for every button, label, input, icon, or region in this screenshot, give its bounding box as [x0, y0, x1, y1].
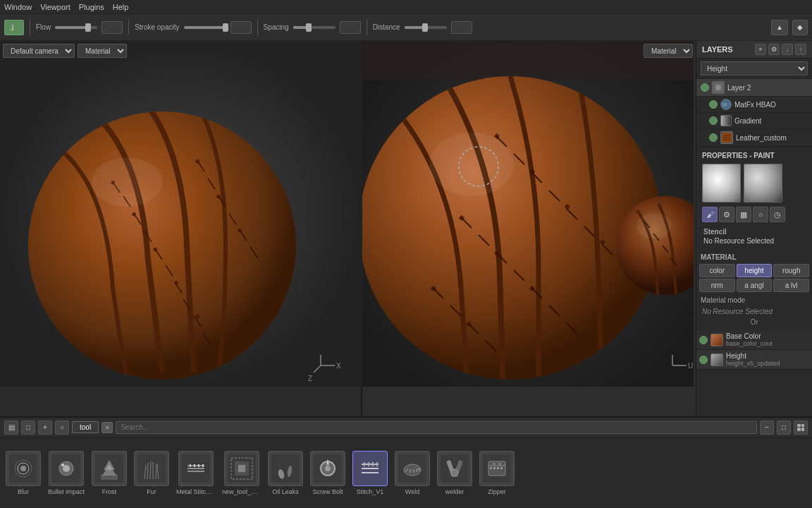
shelf-collapse-btn[interactable]: − [760, 421, 774, 435]
mat-btn-aangl[interactable]: a angl [737, 279, 773, 292]
mat-btn-height[interactable]: height [737, 264, 773, 277]
left-material-dropdown[interactable]: Material [78, 44, 127, 58]
prop-info-basecolor: Base Color base_color_cout [726, 332, 773, 347]
sep-2 [128, 20, 129, 35]
mat-btn-rough[interactable]: rough [773, 264, 809, 277]
distance-input[interactable] [451, 21, 472, 34]
mat-btn-nrm[interactable]: nrm [699, 279, 735, 292]
layer-import-btn[interactable]: ↓ [782, 44, 793, 55]
shelf-item-0[interactable]: Blur [6, 451, 41, 495]
svg-rect-151 [493, 467, 496, 469]
paint-preview-1[interactable] [702, 164, 741, 202]
shelf-tab-close[interactable]: × [102, 422, 113, 433]
paint-tool-grid[interactable]: ▦ [736, 207, 751, 222]
prop-row-height[interactable]: Height height_v5_updated [696, 350, 812, 370]
shelf-item-6[interactable]: Oil Leaks [268, 451, 303, 495]
menu-plugins[interactable]: Plugins [79, 3, 104, 11]
shelf-grid-toggle[interactable] [794, 421, 808, 435]
spacing-label: Spacing [264, 23, 289, 31]
menu-help[interactable]: Help [113, 3, 129, 11]
spacing-input[interactable]: 48 [340, 21, 361, 34]
layers-dropdown-select[interactable]: Height [701, 61, 808, 75]
mat-btn-color[interactable]: color [699, 264, 735, 277]
shelf-label-3: Fur [147, 488, 156, 495]
stencil-label: Stencil [703, 228, 805, 236]
layer-export-btn[interactable]: ↑ [795, 44, 806, 55]
shelf-btn-view[interactable]: □ [21, 421, 35, 435]
paint-tool-circle[interactable]: ○ [753, 207, 768, 222]
toolbar-icon-2[interactable]: ◆ [792, 20, 808, 35]
shelf-label-9: Weld [405, 488, 419, 495]
left-viewport-canvas: X Z [0, 41, 362, 387]
flow-slider-wrap [55, 26, 97, 29]
prop-eye-height[interactable] [699, 356, 708, 364]
paint-tool-settings[interactable]: ⚙ [719, 207, 734, 222]
material-grid: color height rough nrm a angl a lvl [699, 264, 809, 292]
shelf-item-11[interactable]: Zipper [479, 451, 515, 495]
stroke-opacity-track[interactable] [184, 26, 226, 29]
layer-eye-leather[interactable] [709, 133, 718, 142]
paint-tool-brush[interactable]: 🖌 [702, 207, 718, 222]
shelf-item-8[interactable]: Stitch_V1 [352, 451, 388, 495]
svg-rect-152 [497, 467, 499, 469]
shelf-thumb-11 [479, 451, 515, 486]
shelf-item-5[interactable]: new_tool_pro... [222, 451, 261, 495]
layer-item-gradient[interactable]: Gradient [696, 113, 812, 129]
layer-eye-gradient[interactable] [709, 116, 718, 125]
layer-eye-layer2[interactable] [701, 83, 709, 92]
spacing-track[interactable] [293, 26, 336, 29]
shelf-label-10: welder [445, 488, 465, 495]
flow-input[interactable]: 99 [102, 21, 123, 34]
prop-info-height: Height height_v5_updated [726, 352, 780, 367]
svg-point-91 [20, 466, 26, 471]
shelf-label-6: Oil Leaks [272, 488, 299, 495]
shelf-btn-circle[interactable]: ○ [55, 421, 69, 435]
shelf-thumb-4 [178, 451, 214, 486]
paint-tool-clock[interactable]: ◷ [770, 207, 785, 222]
shelf-item-2[interactable]: Frost [92, 451, 127, 495]
svg-text:Z: Z [308, 375, 312, 382]
shelf-window-btn[interactable]: □ [777, 421, 791, 435]
svg-text:M: M [722, 102, 727, 107]
svg-point-5 [28, 111, 296, 380]
prop-eye-basecolor[interactable] [699, 336, 708, 344]
stroke-opacity-input[interactable]: 100 [230, 21, 252, 34]
shelf-btn-filter[interactable]: ▤ [4, 421, 18, 435]
layers-title: LAYERS [702, 45, 733, 54]
shelf-item-3[interactable]: Fur [134, 451, 169, 495]
shelf-item-9[interactable]: Weld [395, 451, 430, 495]
layer-thumb-layer2 [712, 81, 725, 94]
shelf-item-7[interactable]: Screw Bolt [310, 451, 345, 495]
flow-track[interactable] [55, 26, 97, 29]
distance-track[interactable] [405, 26, 447, 29]
brush-tool-btn[interactable] [4, 20, 24, 35]
layer-add-btn[interactable]: + [755, 44, 766, 55]
shelf-search-input[interactable] [116, 421, 757, 434]
mat-btn-alvl[interactable]: a lvl [773, 279, 809, 292]
layer-eye-matfx[interactable] [709, 100, 718, 109]
layers-dropdown-wrap: Height [696, 59, 812, 79]
shelf-item-4[interactable]: Metal Stitches [176, 451, 215, 495]
left-camera-dropdown[interactable]: Default camera [3, 44, 75, 58]
distance-label: Distance [373, 23, 400, 31]
right-material-dropdown[interactable]: Material [644, 44, 693, 58]
prop-row-basecolor[interactable]: Base Color base_color_cout [696, 330, 812, 350]
svg-rect-119 [271, 454, 300, 483]
shelf-item-1[interactable]: Bullet Impact [48, 451, 85, 495]
layer-item-layer2[interactable]: Layer 2 [696, 79, 812, 97]
shelf-btn-add[interactable]: + [38, 421, 52, 435]
shelf-item-10[interactable]: welder [437, 451, 472, 495]
layer-settings-btn[interactable]: ⚙ [768, 44, 780, 55]
svg-rect-118 [238, 465, 245, 472]
toolbar-icon-1[interactable]: ▲ [771, 20, 788, 35]
layer-item-matfx[interactable]: M MatFx HBAO [696, 97, 812, 113]
paint-preview-2[interactable] [744, 164, 782, 202]
menu-window[interactable]: Window [4, 3, 32, 11]
menu-viewport[interactable]: Viewport [40, 3, 70, 11]
shelf-thumb-2 [92, 451, 127, 486]
shelf-tab-tool[interactable]: tool [72, 421, 99, 433]
shelf-label-0: Blur [18, 488, 29, 495]
layer-item-leather[interactable]: Leather_custom [696, 129, 812, 147]
svg-text:U: U [688, 362, 693, 370]
shelf-thumb-9 [395, 451, 430, 486]
